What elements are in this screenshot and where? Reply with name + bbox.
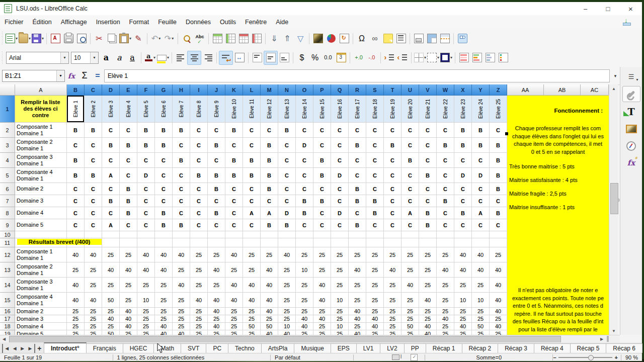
points-cell[interactable]: 25 [331,308,349,315]
cell[interactable] [155,231,173,238]
points-cell[interactable]: 40 [296,315,313,323]
grade-cell[interactable]: B [419,168,437,183]
grade-cell[interactable]: C [401,168,419,183]
highlight-color-icon[interactable]: ▾ [156,51,170,64]
points-cell[interactable]: 10 [331,293,349,308]
points-cell[interactable]: 25 [331,315,349,323]
row-label[interactable]: Composante 1 Domaine 1 [15,123,67,138]
row-header-2[interactable]: 2 [0,123,15,138]
points-cell[interactable]: 25 [313,323,331,330]
grade-cell[interactable]: C [384,168,401,183]
points-cell[interactable]: 25 [278,308,296,315]
cond-format-colorscale-icon[interactable] [457,51,470,64]
grade-cell[interactable]: C [137,219,155,231]
delete-columns-icon[interactable] [250,32,263,45]
points-cell[interactable]: 10 [278,323,296,330]
select-all-corner[interactable] [0,84,15,96]
cell[interactable] [349,231,366,238]
grade-cell[interactable]: C [173,168,190,183]
sidebar-settings-icon[interactable]: ☰ [623,69,640,84]
points-cell[interactable]: 40 [296,323,313,330]
points-cell[interactable]: 25 [437,330,454,335]
points-cell[interactable]: 25 [190,308,208,315]
grade-cell[interactable]: B [490,168,507,183]
points-cell[interactable]: 40 [384,262,401,278]
sheet-tab-lv2[interactable]: LV2 [380,343,404,353]
grade-cell[interactable]: C [490,123,507,138]
points-cell[interactable]: 25 [278,293,296,308]
points-cell[interactable]: 40 [419,330,437,335]
points-cell[interactable]: 40 [278,247,296,262]
cell[interactable] [120,238,137,247]
grade-cell[interactable]: C [331,195,349,207]
row-label[interactable]: Domaine 3 [15,315,67,323]
points-cell[interactable]: 40 [155,323,173,330]
maximize-button[interactable]: □ [597,2,619,15]
column-header-C[interactable]: C [85,84,102,96]
grade-cell[interactable]: B [454,138,472,153]
points-cell[interactable]: 25 [472,308,490,315]
print-preview-icon[interactable] [75,32,88,45]
points-cell[interactable]: 25 [419,262,437,278]
cell[interactable] [261,238,278,247]
grade-cell[interactable]: C [120,219,137,231]
column-header-AA[interactable]: AA [507,84,544,96]
points-cell[interactable]: 25 [102,308,120,315]
points-cell[interactable]: 25 [67,330,85,335]
points-cell[interactable]: 25 [67,308,85,315]
save-icon[interactable]: ▾ [31,32,44,45]
column-header-AC[interactable]: AC [581,84,609,96]
sheet-tab-recap2[interactable]: Récap 2 [462,343,499,353]
grade-cell[interactable]: C [261,195,278,207]
grade-cell[interactable]: C [419,183,437,195]
sidebar-toggle-icon[interactable] [456,32,469,45]
grade-cell[interactable]: C [208,123,225,138]
grade-cell[interactable]: B [67,153,85,168]
points-cell[interactable]: 25 [296,293,313,308]
menu-outils[interactable]: Outils [215,17,240,28]
row-header-8[interactable]: 8 [0,207,15,219]
chevron-down-icon[interactable]: ▾ [29,36,31,41]
column-header-T[interactable]: T [384,84,401,96]
student-header-cell[interactable]: Elève 14 [296,96,313,123]
cut-icon[interactable]: ✂ [93,32,106,45]
pivot-table-icon[interactable] [338,32,351,45]
column-header-U[interactable]: U [401,84,419,96]
student-header-cell[interactable]: Elève 20 [401,96,419,123]
points-cell[interactable]: 25 [349,293,366,308]
row-label[interactable]: Domaine 2 [15,308,67,315]
points-cell[interactable]: 25 [225,315,243,323]
grade-cell[interactable]: C [437,168,454,183]
points-cell[interactable]: 40 [208,262,225,278]
grade-cell[interactable]: C [384,219,401,231]
grade-cell[interactable]: C [225,207,243,219]
document-modified-icon[interactable] [411,354,418,361]
grade-cell[interactable]: C [137,195,155,207]
grade-cell[interactable]: C [349,207,366,219]
points-cell[interactable]: 40 [67,247,85,262]
grade-cell[interactable]: C [102,123,120,138]
cell[interactable] [190,238,208,247]
points-cell[interactable]: 40 [437,262,454,278]
sum-label[interactable]: Somme=0 [425,354,552,360]
border-style-icon[interactable]: ▾ [427,51,440,64]
points-cell[interactable]: 40 [349,315,366,323]
grade-cell[interactable]: B [120,195,137,207]
points-cell[interactable]: 25 [155,308,173,315]
points-cell[interactable]: 25 [401,293,419,308]
points-cell[interactable]: 25 [261,247,278,262]
grade-cell[interactable]: C [278,195,296,207]
toolbar-grip[interactable] [1,51,4,64]
grade-cell[interactable]: C [454,183,472,195]
points-cell[interactable]: 25 [137,330,155,335]
italic-icon[interactable]: a [113,51,126,64]
navigator-icon[interactable] [623,138,640,153]
formula-input[interactable]: Elève 1 [104,69,610,82]
grade-cell[interactable]: C [243,195,261,207]
points-cell[interactable]: 40 [261,330,278,335]
points-cell[interactable]: 25 [454,308,472,315]
cell[interactable] [102,238,120,247]
underline-icon[interactable]: a [126,51,139,64]
menu-fichier[interactable]: Fichier [0,17,28,28]
cell[interactable] [454,238,472,247]
